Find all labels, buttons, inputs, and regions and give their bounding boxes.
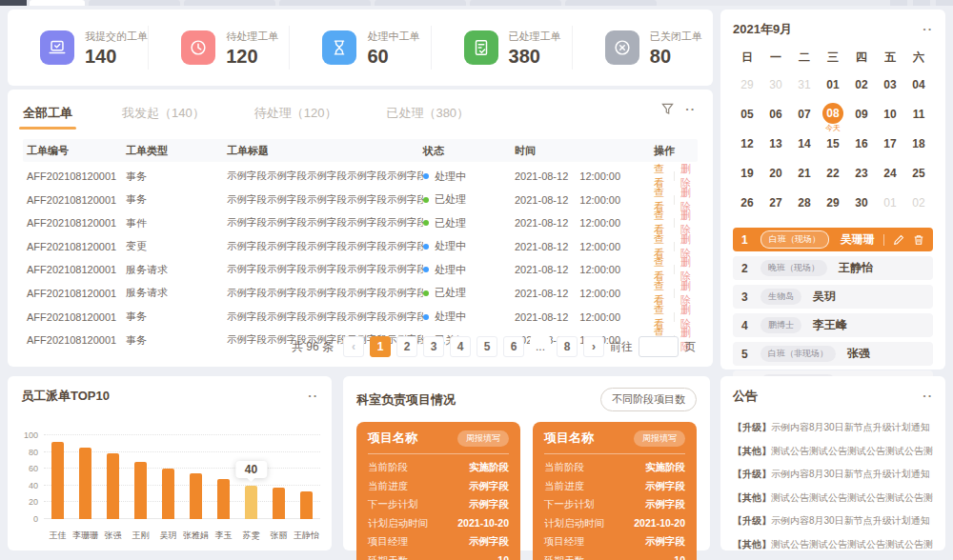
announcement-item[interactable]: 【升级】示例内容8月30日新节点升级计划通知: [733, 463, 933, 487]
calendar-day[interactable]: 29: [733, 70, 761, 100]
calendar-day[interactable]: 13: [761, 130, 790, 159]
calendar-day[interactable]: 06: [761, 100, 790, 130]
pagination-prev-button[interactable]: ‹: [343, 336, 364, 357]
browser-tab[interactable]: [375, 0, 466, 6]
duty-row[interactable]: 3生物岛吴玥: [733, 285, 933, 309]
pagination-page-button[interactable]: 5: [476, 336, 497, 357]
browser-tab[interactable]: [279, 0, 371, 6]
calendar-day[interactable]: 31: [790, 70, 819, 100]
more-options-icon[interactable]: ··: [685, 105, 696, 114]
announcement-item[interactable]: 【其他】测试公告测试公告测试公告测试公告测试公告: [733, 533, 933, 557]
chart-bar[interactable]: [245, 486, 257, 519]
browser-tab[interactable]: [470, 0, 561, 6]
project-card[interactable]: 项目名称周报填写当前阶段实施阶段当前进度示例字段下一步计划示例字段计划启动时间2…: [533, 422, 697, 560]
calendar-day[interactable]: 02: [904, 189, 933, 218]
action-divider: [674, 218, 675, 228]
calendar-day[interactable]: 24: [876, 159, 904, 189]
chart-bar[interactable]: [107, 453, 119, 519]
announcement-item[interactable]: 【升级】示例内容8月30日新节点升级计划通知: [733, 416, 933, 440]
calendar-day[interactable]: 17: [876, 130, 904, 159]
workorder-id: AFF202108120001: [27, 288, 126, 299]
pagination-page-button[interactable]: 6: [503, 336, 524, 357]
duty-row[interactable]: 5白班（非现场）张强: [733, 342, 933, 366]
calendar-more-icon[interactable]: ··: [923, 25, 933, 34]
calendar-day[interactable]: 08今天: [819, 100, 847, 130]
chart-more-icon[interactable]: ··: [308, 391, 318, 401]
status-dot-icon: [423, 244, 429, 250]
browser-tab-active[interactable]: [30, 0, 85, 6]
tab-3[interactable]: 已处理（380）: [386, 105, 469, 122]
chart-bar[interactable]: [190, 473, 202, 519]
calendar-day[interactable]: 09: [847, 100, 876, 130]
browser-tab[interactable]: [89, 0, 180, 6]
calendar-day[interactable]: 29: [819, 189, 847, 218]
chart-bar[interactable]: [51, 442, 64, 519]
calendar-day[interactable]: 16: [847, 130, 876, 159]
calendar-day[interactable]: 23: [847, 159, 876, 189]
calendar-day[interactable]: 22: [819, 159, 847, 189]
duty-row[interactable]: 4鹏博士李王峰: [733, 313, 933, 337]
calendar-day[interactable]: 27: [761, 189, 790, 218]
calendar-day[interactable]: 19: [733, 159, 761, 189]
project-field: 下一步计划示例字段: [368, 495, 509, 514]
announcements-more-icon[interactable]: ··: [923, 391, 933, 401]
calendar-day[interactable]: 15: [819, 130, 847, 159]
calendar-day[interactable]: 01: [876, 189, 904, 218]
calendar-day[interactable]: 03: [876, 70, 904, 100]
chart-bar[interactable]: [300, 491, 313, 519]
edit-pencil-icon[interactable]: [893, 234, 904, 246]
pagination-page-button[interactable]: 2: [396, 336, 417, 357]
weekly-report-badge[interactable]: 周报填写: [457, 430, 509, 447]
browser-control[interactable]: [936, 0, 953, 6]
browser-control[interactable]: [890, 0, 907, 6]
calendar-day[interactable]: 21: [790, 159, 819, 189]
stat-card-4: 已关闭工单80: [573, 26, 713, 70]
calendar-day[interactable]: 11: [904, 100, 933, 130]
duty-row[interactable]: 2晚班（现场）王静怡: [733, 256, 933, 280]
calendar-day[interactable]: 26: [733, 189, 761, 218]
filter-funnel-icon[interactable]: [661, 103, 674, 115]
pagination-goto-input[interactable]: [639, 336, 679, 357]
pagination-page-button[interactable]: 8: [557, 336, 578, 357]
browser-tab[interactable]: [565, 0, 657, 6]
calendar-day[interactable]: 30: [847, 189, 876, 218]
announcement-item[interactable]: 【其他】测试公告测试公告测试公告测试公告测试公告: [733, 487, 933, 510]
tab-1[interactable]: 我发起（140）: [122, 105, 205, 122]
calendar-day[interactable]: 14: [790, 130, 819, 159]
calendar-day[interactable]: 01: [819, 70, 847, 100]
browser-tab[interactable]: [184, 0, 275, 6]
calendar-day[interactable]: 18: [904, 130, 933, 159]
browser-control[interactable]: [913, 0, 930, 6]
tab-2[interactable]: 待处理（120）: [254, 105, 337, 122]
calendar-day[interactable]: 10: [876, 100, 904, 130]
chart-bar[interactable]: [217, 479, 230, 519]
chart-bar[interactable]: [79, 448, 91, 519]
pagination-page-button[interactable]: 3: [423, 336, 444, 357]
chart-bar[interactable]: [134, 462, 147, 519]
tab-0[interactable]: 全部工单: [23, 105, 72, 122]
chart-bar[interactable]: [162, 469, 174, 519]
calendar-day[interactable]: 25: [904, 159, 933, 189]
project-card[interactable]: 项目名称周报填写当前阶段实施阶段当前进度示例字段下一步计划示例字段计划启动时间2…: [356, 422, 520, 560]
calendar-day[interactable]: 12: [733, 130, 761, 159]
calendar-day[interactable]: 04: [904, 70, 933, 100]
calendar-day[interactable]: 28: [790, 189, 819, 218]
pagination-page-button[interactable]: 1: [370, 336, 391, 357]
workorder-title: 示例字段示例字段示例字段示例字段示例字段: [227, 216, 423, 230]
weekly-report-badge[interactable]: 周报填写: [634, 430, 685, 447]
chart-bar[interactable]: [273, 488, 285, 519]
duty-row[interactable]: 1白班（现场）吴珊珊: [733, 228, 933, 251]
stage-project-count-button[interactable]: 不同阶段项目数: [600, 388, 697, 411]
stat-text: 处理中工单60: [367, 30, 419, 66]
announcement-item[interactable]: 【其他】测试公告测试公告测试公告测试公告测试公告: [733, 440, 933, 464]
calendar-day[interactable]: 02: [847, 70, 876, 100]
announcement-item[interactable]: 【升级】示例内容8月30日新节点升级计划通知: [733, 510, 933, 533]
calendar-day[interactable]: 30: [761, 70, 790, 100]
pagination-page-button[interactable]: 4: [450, 336, 471, 357]
calendar-day[interactable]: 05: [733, 100, 761, 130]
pagination-next-button[interactable]: ›: [583, 336, 604, 357]
calendar-day[interactable]: 07: [790, 100, 819, 130]
calendar-day[interactable]: 20: [761, 159, 790, 189]
trash-icon[interactable]: [913, 234, 924, 246]
field-value: 示例字段: [645, 532, 685, 551]
